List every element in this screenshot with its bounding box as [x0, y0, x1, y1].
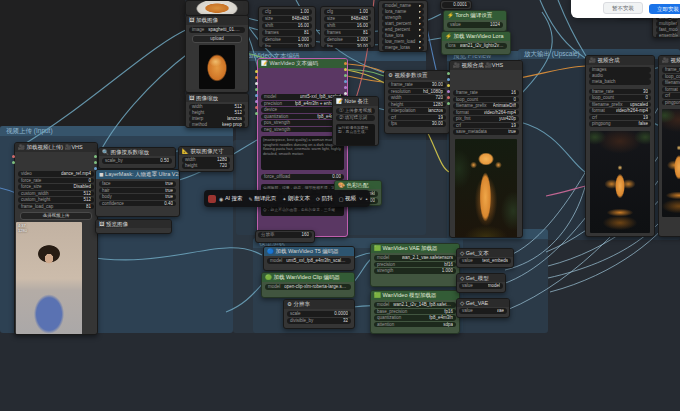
- node-sampler-settings-a[interactable]: cfg1.00size848x480shift16.00frames81deno…: [258, 6, 316, 48]
- node-get-model[interactable]: ◇ Get_模型 valuemodel: [456, 273, 506, 293]
- widget-value[interactable]: 512: [234, 104, 242, 110]
- node-title[interactable]: ⚡ 加载 WanVideo Lora: [442, 32, 510, 41]
- widget-row[interactable]: 分辨率160: [258, 232, 312, 238]
- widget-row[interactable]: fast_mode: [656, 27, 678, 33]
- widget-value[interactable]: ▸: [419, 27, 421, 33]
- widget-row[interactable]: frame_rate30: [589, 89, 651, 95]
- widget-value[interactable]: bf16: [444, 262, 453, 268]
- node-title[interactable]: 📐 获取图像尺寸: [179, 147, 233, 155]
- widget-value[interactable]: 1.000: [442, 268, 453, 274]
- widget-row[interactable]: ① 上传参考视频: [336, 108, 375, 114]
- widget-row[interactable]: fps30.00: [262, 44, 312, 48]
- widget-row[interactable]: height512: [189, 110, 245, 116]
- widget-row[interactable]: pix_fmtyuv420p: [453, 116, 519, 122]
- widget-value[interactable]: 512: [83, 191, 91, 197]
- widget-row[interactable]: lora_name▸: [382, 9, 424, 15]
- widget-row[interactable]: start_percent▸: [382, 21, 424, 27]
- widget-value[interactable]: 16: [511, 90, 516, 96]
- widget-value[interactable]: 720: [219, 163, 227, 169]
- node-load-video[interactable]: 🎥 加载视频(上传) 🎥VHS videodance_ref.mp4force_…: [14, 142, 98, 335]
- widget-row[interactable]: formatvideo/h264-mp4: [589, 108, 651, 114]
- widget-row[interactable]: force_sizeDisabled: [18, 184, 94, 190]
- node-video-combine-final[interactable]: 🎥 视频合成 frame_rate30loop_count0filename_p…: [658, 55, 680, 237]
- widget-value[interactable]: 0.0001: [453, 2, 467, 8]
- node-sampler-settings-b[interactable]: cfg1.00size848x480shift16.00frames81deno…: [320, 6, 375, 48]
- widget-row[interactable]: interplanczos: [189, 116, 245, 122]
- widget-value[interactable]: 30: [643, 89, 648, 95]
- widget-value[interactable]: 19: [511, 123, 516, 129]
- widget-row[interactable]: end_percent▸: [382, 27, 424, 33]
- node-lora-loader[interactable]: ⚡ 加载 WanVideo Lora lorawan21_t2v_lightx2…: [441, 31, 511, 55]
- widget-row[interactable]: interpolationlanczos: [388, 108, 446, 114]
- node-title[interactable]: ◇ Get_模型: [457, 274, 505, 282]
- widget-row[interactable]: images: [589, 67, 651, 73]
- widget-row[interactable]: audio: [589, 73, 651, 79]
- widget-row[interactable]: modelumt5_xxl_fp8_e4m3fn_scaled.safetens…: [267, 258, 351, 264]
- load-video-output-dots[interactable]: [94, 155, 97, 170]
- node-title[interactable]: 🔍 图像按系数缩放: [99, 148, 175, 156]
- node-resolution[interactable]: ⚙ 分辨率 scale0.0000divisible_by32: [283, 299, 355, 329]
- widget-row[interactable]: valuevae: [459, 308, 507, 314]
- widget-row[interactable]: resolutionhd_1080p: [388, 89, 446, 95]
- widget-row[interactable]: width720: [388, 95, 446, 101]
- widget-value[interactable]: ▸: [419, 15, 421, 21]
- widget-row[interactable]: shift16.00: [262, 23, 312, 29]
- widget-row[interactable]: hairtrue: [99, 188, 176, 194]
- video-combine-input-dots[interactable]: [447, 72, 450, 105]
- toolbar-item-video[interactable]: ▢ 视频: [339, 195, 356, 202]
- widget-value[interactable]: AnimateDiff: [493, 103, 516, 109]
- widget-value[interactable]: 848x480: [351, 16, 368, 22]
- widget-value[interactable]: 16.00: [298, 23, 309, 29]
- widget-row[interactable]: imagespaghetti_01.png: [189, 27, 245, 33]
- widget-row[interactable]: scale_by0.50: [102, 158, 172, 164]
- widget-row[interactable]: filename_prefixupscaled: [589, 102, 651, 108]
- widget-value[interactable]: 30.00: [432, 121, 443, 127]
- widget-value[interactable]: ▸: [419, 9, 421, 15]
- widget-value[interactable]: ▸: [419, 45, 421, 51]
- widget-row[interactable]: custom_height512: [18, 197, 94, 203]
- widget-value[interactable]: 160: [301, 232, 309, 238]
- widget-value[interactable]: fp16: [444, 309, 453, 315]
- widget-value[interactable]: text_embeds: [482, 258, 508, 264]
- node-title[interactable]: 🖼 图像缩放: [186, 94, 248, 102]
- widget-value[interactable]: 1.000: [298, 37, 309, 43]
- widget-row[interactable]: shift16.00: [324, 23, 371, 29]
- toolbar-item-ai-search[interactable]: ◉ AI 搜索: [219, 195, 243, 202]
- node-person-mask[interactable]: ◼ LayerMask: 人物遮罩 Ultra V2 facetruehairt…: [95, 169, 180, 217]
- widget-value[interactable]: 1.00: [359, 9, 368, 15]
- popup-primary-button[interactable]: 立即安装: [649, 4, 680, 14]
- widget-row[interactable]: modelwan2.1_t2v_14B_fp8.safetensors: [374, 302, 456, 308]
- floating-toolbar[interactable]: ◉ AI 搜索 ✎ 翻译此页 ✦ 朗读文本 ⟳ 防抖 ▢ 视频 ˅ •: [204, 190, 370, 207]
- widget-value[interactable]: lanczos: [227, 116, 242, 122]
- widget-value[interactable]: 512: [83, 197, 91, 203]
- widget-row[interactable]: width512: [189, 104, 245, 110]
- widget-value[interactable]: true: [165, 188, 173, 194]
- widget-value[interactable]: false: [638, 121, 648, 127]
- widget-row[interactable]: crf19: [662, 93, 680, 99]
- widget-row[interactable]: loop_count0: [662, 74, 680, 80]
- widget-value[interactable]: video/h264-mp4: [484, 110, 516, 116]
- widget-value[interactable]: 81: [304, 30, 309, 36]
- widget-value[interactable]: 720: [435, 95, 443, 101]
- node-video-params[interactable]: ⚙ 视频参数设置 frame_rate30.00resolutionhd_108…: [384, 70, 450, 134]
- widget-row[interactable]: cfg1.00: [324, 9, 371, 15]
- widget-row[interactable]: scale0.0000: [287, 311, 351, 317]
- widget-row[interactable]: valuemodel: [459, 283, 503, 289]
- widget-value[interactable]: umt5_xxl_fp8_e4m3fn_scaled.safetensors: [286, 258, 348, 264]
- text-encode-input-dots[interactable]: [255, 70, 258, 115]
- node-load-image[interactable]: 🖼 加载图像 imagespaghetti_01.png upload: [185, 15, 249, 93]
- widget-row[interactable]: methodkeep prop: [189, 122, 245, 128]
- node-t5-loader[interactable]: 🔵 加载 WanVideo T5 编码器 modelumt5_xxl_fp8_e…: [263, 246, 355, 271]
- node-clip-loader[interactable]: 🟢 加载 WanVideo Clip 编码器 modelopen-clip-xl…: [261, 272, 355, 298]
- widget-row[interactable]: precisionbf16: [374, 262, 456, 268]
- widget-row[interactable]: value1024: [447, 22, 503, 28]
- widget-value[interactable]: 81: [86, 204, 91, 210]
- widget-value[interactable]: 0.00: [332, 174, 341, 180]
- node-load-image-top[interactable]: [185, 0, 249, 16]
- widget-value[interactable]: lanczos: [428, 108, 443, 114]
- node-title[interactable]: 🎥 视频合成: [586, 56, 654, 65]
- widget-row[interactable]: base_precisionfp16: [374, 309, 456, 315]
- widget-row[interactable]: merge_loras▸: [382, 45, 424, 51]
- widget-row[interactable]: fuse_lora▸: [382, 33, 424, 39]
- widget-row[interactable]: crf19: [388, 115, 446, 121]
